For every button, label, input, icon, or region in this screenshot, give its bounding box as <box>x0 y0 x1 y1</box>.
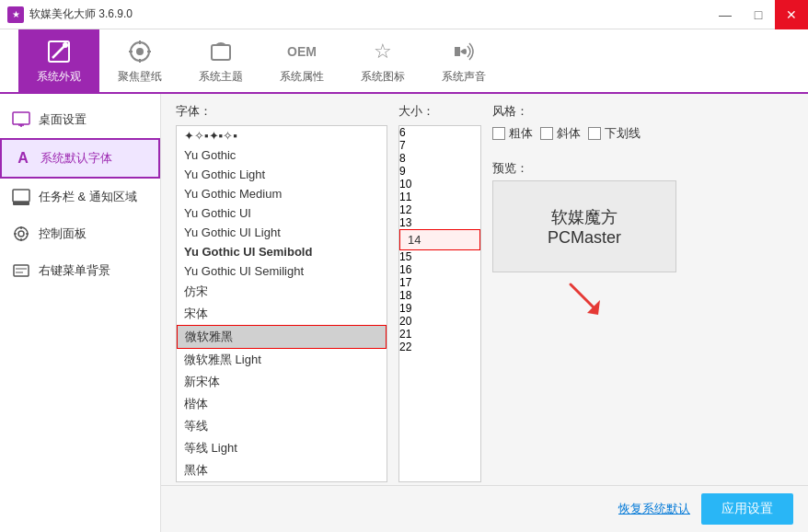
appearance-icon <box>44 37 74 65</box>
svg-rect-9 <box>212 45 230 60</box>
preview-box: 软媒魔方 PCMaster <box>492 180 676 272</box>
top-navigation: 系统外观 聚焦壁纸 系统主题 OEM 系统属性 ☆ 系统图标 <box>0 29 808 94</box>
font-list-item[interactable]: 黑体 <box>177 459 387 481</box>
bold-checkbox[interactable]: 粗体 <box>492 125 533 142</box>
font-list[interactable]: ✦✧▪✦▪✧▪Yu GothicYu Gothic LightYu Gothic… <box>176 125 387 482</box>
svg-rect-15 <box>13 202 29 205</box>
size-list[interactable]: 678910111213141516171819202122 <box>398 125 481 482</box>
nav-appearance-label: 系统外观 <box>37 69 81 85</box>
font-list-column: 字体： ✦✧▪✦▪✧▪Yu GothicYu Gothic LightYu Go… <box>176 103 387 482</box>
svg-point-2 <box>63 42 68 48</box>
nav-sounds[interactable]: 系统声音 <box>423 29 504 92</box>
nav-appearance[interactable]: 系统外观 <box>18 29 99 92</box>
theme-icon <box>206 37 236 65</box>
size-list-item[interactable]: 7 <box>399 139 480 152</box>
font-section: 字体： ✦✧▪✦▪✧▪Yu GothicYu Gothic LightYu Go… <box>176 103 793 482</box>
sidebar-desktop-label: 桌面设置 <box>39 111 87 128</box>
font-list-item[interactable]: Yu Gothic UI Semibold <box>177 242 387 261</box>
minimize-button[interactable]: — <box>709 0 742 29</box>
size-label: 大小： <box>398 103 481 120</box>
font-label: 字体： <box>176 103 387 120</box>
size-list-item[interactable]: 10 <box>399 178 480 191</box>
size-list-item[interactable]: 14 <box>399 229 480 250</box>
font-list-item[interactable]: 宋体 <box>177 303 387 325</box>
nav-properties-label: 系统属性 <box>280 69 324 85</box>
app-icon: ★ <box>7 6 24 23</box>
sidebar-item-taskbar[interactable]: 任务栏 & 通知区域 <box>0 179 160 215</box>
size-list-item[interactable]: 12 <box>399 203 480 216</box>
size-list-item[interactable]: 9 <box>399 165 480 178</box>
italic-checkbox-box <box>540 127 553 140</box>
font-list-item[interactable]: 等线 Light <box>177 437 387 459</box>
font-list-item[interactable]: 微软雅黑 <box>177 325 387 349</box>
sidebar-item-font[interactable]: A 系统默认字体 <box>0 138 160 179</box>
maximize-button[interactable]: □ <box>742 0 775 29</box>
svg-rect-11 <box>13 112 29 124</box>
menu-icon <box>11 260 31 281</box>
size-list-item[interactable]: 16 <box>399 263 480 276</box>
size-list-item[interactable]: 20 <box>399 315 480 328</box>
sidebar: 桌面设置 A 系统默认字体 任务栏 & 通知区域 <box>0 94 161 532</box>
bold-checkbox-box <box>492 127 505 140</box>
nav-theme[interactable]: 系统主题 <box>180 29 261 92</box>
sidebar-item-desktop[interactable]: 桌面设置 <box>0 101 160 138</box>
sidebar-item-panel[interactable]: 控制面板 <box>0 215 160 252</box>
nav-sounds-label: 系统声音 <box>442 69 486 85</box>
sidebar-item-menu[interactable]: 右键菜单背景 <box>0 252 160 289</box>
bottom-bar: 恢复系统默认 应用设置 <box>161 485 808 532</box>
restore-link[interactable]: 恢复系统默认 <box>618 501 690 517</box>
titlebar: ★ 软媒美化大师 3.6.9.0 — □ ✕ <box>0 0 808 29</box>
font-list-item[interactable]: ✦✧▪✦▪✧▪ <box>177 126 387 145</box>
font-list-item[interactable]: 等线 <box>177 415 387 437</box>
font-list-item[interactable]: Yu Gothic Medium <box>177 184 387 203</box>
size-list-item[interactable]: 8 <box>399 152 480 165</box>
size-list-item[interactable]: 15 <box>399 250 480 263</box>
svg-point-16 <box>15 227 28 240</box>
content-area: 字体： ✦✧▪✦▪✧▪Yu GothicYu Gothic LightYu Go… <box>161 94 808 532</box>
size-list-item[interactable]: 13 <box>399 216 480 229</box>
size-list-item[interactable]: 18 <box>399 289 480 302</box>
style-checkboxes: 粗体 斜体 下划线 <box>492 125 676 142</box>
desktop-icon <box>11 110 31 130</box>
nav-wallpaper-label: 聚焦壁纸 <box>118 69 162 85</box>
style-column: 风格： 粗体 斜体 下划线 <box>492 103 676 482</box>
nav-icons-label: 系统图标 <box>361 69 405 85</box>
nav-wallpaper[interactable]: 聚焦壁纸 <box>99 29 180 92</box>
font-list-item[interactable]: Yu Gothic UI Light <box>177 223 387 242</box>
apply-button[interactable]: 应用设置 <box>701 493 793 525</box>
nav-icons[interactable]: ☆ 系统图标 <box>342 29 423 92</box>
properties-icon: OEM <box>287 37 317 65</box>
font-list-item[interactable]: Yu Gothic UI Semilight <box>177 261 387 281</box>
size-list-item[interactable]: 19 <box>399 302 480 315</box>
italic-checkbox[interactable]: 斜体 <box>540 125 581 142</box>
preview-section: 预览： 软媒魔方 PCMaster <box>492 160 676 321</box>
size-list-item[interactable]: 17 <box>399 276 480 289</box>
font-list-item[interactable]: 仿宋 <box>177 281 387 303</box>
underline-checkbox-box <box>588 127 601 140</box>
nav-properties[interactable]: OEM 系统属性 <box>261 29 342 92</box>
bold-label: 粗体 <box>509 125 533 142</box>
size-list-item[interactable]: 21 <box>399 328 480 341</box>
font-list-item[interactable]: Yu Gothic <box>177 145 387 165</box>
font-list-item[interactable]: Yu Gothic UI <box>177 203 387 223</box>
font-icon: A <box>13 148 33 168</box>
main-area: 桌面设置 A 系统默认字体 任务栏 & 通知区域 <box>0 94 808 532</box>
size-list-item[interactable]: 11 <box>399 191 480 203</box>
font-list-item[interactable]: 微软雅黑 Light <box>177 349 387 371</box>
underline-checkbox[interactable]: 下划线 <box>588 125 641 142</box>
font-list-item[interactable]: 新宋体 <box>177 371 387 393</box>
font-list-item[interactable]: Yu Gothic Light <box>177 165 387 184</box>
size-list-item[interactable]: 6 <box>399 126 480 139</box>
svg-rect-14 <box>13 190 29 202</box>
sidebar-font-label: 系统默认字体 <box>40 150 112 167</box>
italic-label: 斜体 <box>557 125 581 142</box>
arrow-wrapper <box>492 280 676 321</box>
close-button[interactable]: ✕ <box>775 0 808 29</box>
wallpaper-icon <box>125 37 155 65</box>
style-label: 风格： <box>492 103 676 120</box>
size-list-item[interactable]: 22 <box>399 341 480 353</box>
underline-label: 下划线 <box>605 125 641 142</box>
font-list-item[interactable]: 楷体 <box>177 393 387 415</box>
sidebar-panel-label: 控制面板 <box>39 226 87 242</box>
preview-line1: 软媒魔方 <box>551 206 618 228</box>
